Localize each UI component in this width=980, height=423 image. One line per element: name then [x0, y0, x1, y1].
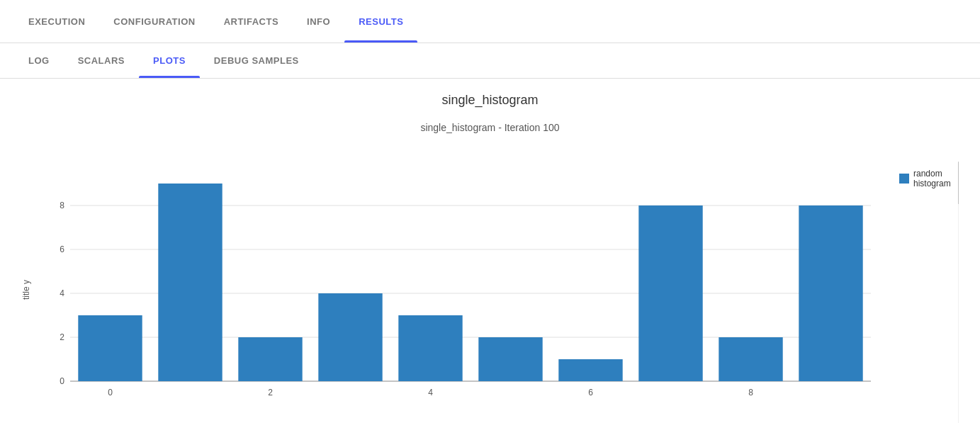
chart-wrapper: title y 0246802468 title x random histog…	[21, 147, 959, 423]
svg-text:0: 0	[108, 388, 113, 397]
tab-artifacts[interactable]: ARTIFACTS	[210, 0, 293, 43]
top-navigation: EXECUTION CONFIGURATION ARTIFACTS INFO R…	[0, 0, 980, 43]
legend-label-line1: random	[913, 169, 951, 179]
tab-configuration[interactable]: CONFIGURATION	[99, 0, 209, 43]
scrollbar-thumb[interactable]	[958, 162, 959, 204]
tab-debug-samples[interactable]: DEBUG SAMPLES	[200, 43, 313, 78]
histogram-bar	[78, 315, 142, 381]
tab-results[interactable]: RESULTS	[344, 0, 417, 43]
chart-svg-area: 0246802468 title x	[35, 147, 885, 423]
histogram-bar	[318, 293, 382, 381]
histogram-bar	[398, 315, 462, 381]
scrollbar-track[interactable]	[958, 147, 959, 423]
tab-execution[interactable]: EXECUTION	[14, 0, 99, 43]
chart-legend: random histogram	[899, 147, 951, 188]
legend-item-random-histogram: random histogram	[899, 169, 951, 188]
svg-text:6: 6	[588, 388, 593, 397]
svg-text:4: 4	[60, 288, 64, 298]
svg-text:0: 0	[60, 376, 64, 386]
chart-container: single_histogram single_histogram - Iter…	[0, 79, 980, 423]
svg-text:4: 4	[428, 388, 433, 397]
svg-text:8: 8	[60, 201, 64, 210]
svg-text:8: 8	[748, 388, 753, 397]
histogram-bar	[478, 337, 542, 381]
histogram-bar	[799, 205, 862, 381]
tab-plots[interactable]: PLOTS	[139, 43, 200, 78]
y-axis-label: title y	[21, 280, 31, 300]
histogram-chart: 0246802468	[35, 147, 885, 417]
histogram-bar	[638, 205, 702, 381]
histogram-bar	[158, 184, 222, 381]
histogram-bar	[238, 337, 302, 381]
histogram-bar	[719, 337, 782, 381]
tab-log[interactable]: LOG	[14, 43, 64, 78]
legend-color-box	[899, 174, 909, 184]
chart-subtitle: single_histogram - Iteration 100	[21, 122, 959, 133]
histogram-bar	[558, 359, 622, 381]
tab-info[interactable]: INFO	[293, 0, 344, 43]
legend-label-line2: histogram	[913, 179, 951, 188]
svg-text:6: 6	[60, 244, 64, 254]
chart-main-title: single_histogram	[21, 93, 959, 108]
tab-scalars[interactable]: SCALARS	[64, 43, 139, 78]
svg-text:2: 2	[268, 388, 273, 397]
sub-navigation: LOG SCALARS PLOTS DEBUG SAMPLES	[0, 43, 980, 79]
svg-text:2: 2	[60, 332, 64, 342]
